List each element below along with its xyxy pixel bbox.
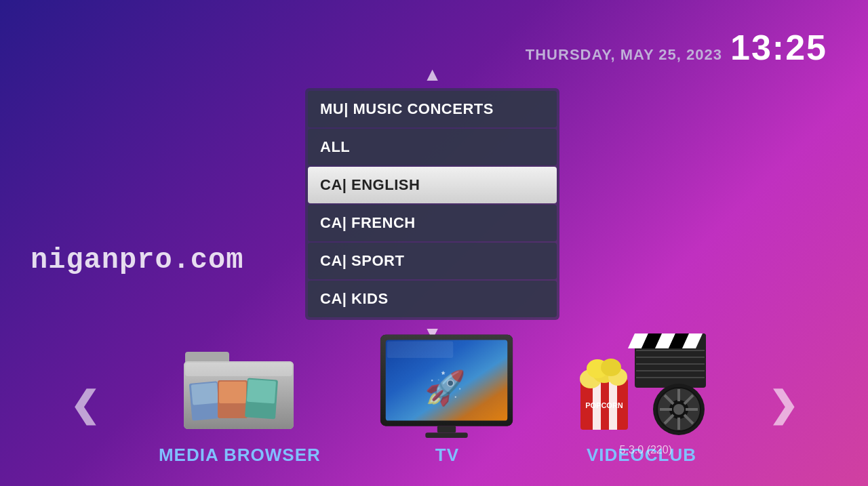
svg-rect-9 bbox=[247, 380, 276, 404]
menu-item-ca-french[interactable]: CA| FRENCH bbox=[308, 205, 557, 241]
watermark: niganpro.com bbox=[31, 244, 243, 277]
menu-item-ca-sport[interactable]: CA| SPORT bbox=[308, 243, 557, 279]
svg-rect-36 bbox=[636, 370, 705, 371]
svg-point-41 bbox=[673, 404, 684, 415]
menu-item-all[interactable]: ALL bbox=[308, 129, 557, 165]
svg-rect-34 bbox=[636, 357, 705, 358]
menu-item-ca-english[interactable]: CA| ENGLISH bbox=[308, 167, 557, 203]
svg-rect-16 bbox=[426, 432, 468, 438]
time-display: 13:25 bbox=[730, 27, 827, 68]
version-text: 5.3.0 (220) bbox=[620, 444, 672, 456]
menu-list: MU| MUSIC CONCERTS ALL CA| ENGLISH CA| F… bbox=[305, 88, 559, 320]
left-nav-arrow[interactable]: ❮ bbox=[70, 384, 100, 466]
header: THURSDAY, MAY 25, 2023 13:25 bbox=[526, 27, 827, 68]
svg-rect-15 bbox=[437, 426, 456, 432]
svg-rect-37 bbox=[636, 377, 705, 378]
videoclub-icon: POPCORN bbox=[574, 328, 709, 437]
scroll-up-arrow[interactable]: ▲ bbox=[423, 64, 442, 85]
nav-item-videoclub[interactable]: POPCORN bbox=[574, 328, 709, 466]
tv-icon: 🚀 bbox=[379, 328, 515, 437]
menu-item-mu-music-concerts[interactable]: MU| MUSIC CONCERTS bbox=[308, 91, 557, 127]
dropdown-menu: ▲ MU| MUSIC CONCERTS ALL CA| ENGLISH CA|… bbox=[305, 61, 559, 347]
svg-point-24 bbox=[601, 359, 621, 376]
svg-rect-3 bbox=[185, 363, 292, 376]
media-browser-icon bbox=[172, 328, 307, 437]
svg-rect-7 bbox=[219, 382, 246, 403]
svg-rect-14 bbox=[387, 341, 454, 357]
nav-item-media-browser[interactable]: MEDIA BROWSER bbox=[159, 328, 321, 466]
bottom-nav: ❮ bbox=[0, 328, 868, 466]
right-nav-arrow[interactable]: ❯ bbox=[768, 384, 798, 466]
svg-rect-35 bbox=[636, 363, 705, 365]
menu-item-ca-kids[interactable]: CA| KIDS bbox=[308, 281, 557, 317]
media-browser-label: MEDIA BROWSER bbox=[159, 445, 321, 466]
svg-rect-5 bbox=[191, 382, 218, 405]
tv-label: TV bbox=[435, 445, 459, 466]
nav-item-tv[interactable]: 🚀 TV bbox=[379, 328, 515, 466]
svg-text:POPCORN: POPCORN bbox=[585, 401, 623, 409]
svg-text:🚀: 🚀 bbox=[425, 368, 466, 408]
svg-rect-33 bbox=[636, 350, 705, 351]
